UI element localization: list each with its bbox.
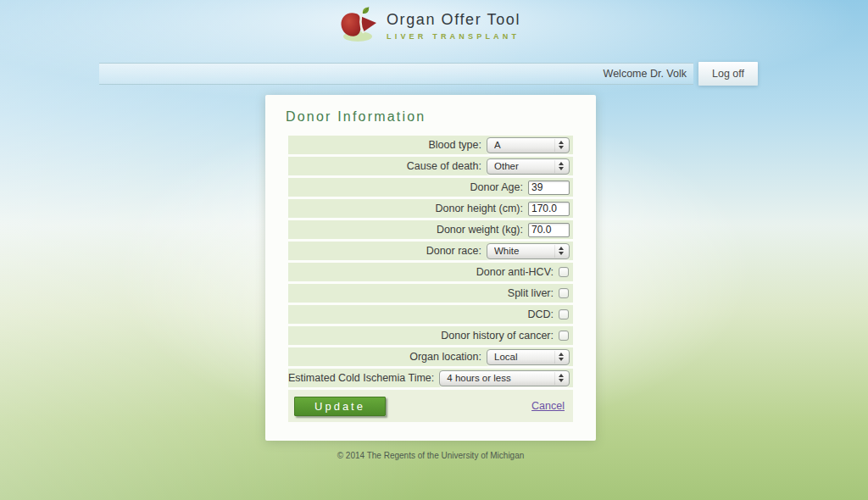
dcd-checkbox[interactable] (559, 309, 569, 319)
donor-race-value: White (494, 246, 554, 256)
form-row-donor-age: Donor Age: (288, 178, 573, 197)
cold-ischemia-time-label: Estimated Cold Ischemia Time: (288, 372, 434, 384)
organ-location-select[interactable]: Local (487, 349, 570, 365)
split-liver-checkbox[interactable] (559, 288, 569, 298)
donor-race-select[interactable]: White (487, 243, 570, 259)
page-title: Donor Information (286, 109, 596, 125)
donor-race-label: Donor race: (426, 245, 481, 257)
copyright-footer: © 2014 The Regents of the University of … (265, 451, 596, 460)
select-stepper-icon (554, 372, 567, 385)
form-row-organ-location: Organ location: Local (288, 347, 573, 366)
donor-history-of-cancer-label: Donor history of cancer: (441, 330, 554, 342)
liver-logo-icon (337, 7, 378, 44)
organ-location-label: Organ location: (409, 351, 481, 363)
blood-type-label: Blood type: (428, 139, 481, 151)
app-title: Organ Offer Tool (387, 11, 520, 29)
cause-of-death-select[interactable]: Other (487, 158, 570, 175)
form-row-cause-of-death: Cause of death: Other (288, 157, 573, 175)
donor-age-input[interactable] (528, 181, 570, 195)
cause-of-death-label: Cause of death: (407, 160, 481, 172)
app-subtitle: LIVER TRANSPLANT (387, 32, 520, 41)
blood-type-value: A (494, 140, 554, 150)
form-row-split-liver: Split liver: (288, 284, 573, 303)
welcome-bar: Welcome Dr. Volk (99, 63, 693, 85)
welcome-text: Welcome Dr. Volk (604, 68, 687, 80)
app-header: Organ Offer Tool LIVER TRANSPLANT (0, 7, 868, 44)
cause-of-death-value: Other (494, 161, 554, 171)
logo-text: Organ Offer Tool LIVER TRANSPLANT (387, 11, 520, 41)
donor-anti-hcv-checkbox[interactable] (559, 267, 569, 277)
form-actions-row: Update Cancel (288, 390, 573, 422)
log-off-button[interactable]: Log off (698, 62, 758, 86)
dcd-label: DCD: (527, 308, 554, 320)
donor-height-input[interactable] (528, 202, 570, 216)
donor-anti-hcv-label: Donor anti-HCV: (476, 266, 554, 278)
form-row-dcd: DCD: (288, 305, 573, 324)
form-row-donor-height: Donor height (cm): (288, 199, 573, 218)
form-row-blood-type: Blood type: A (288, 136, 573, 154)
select-stepper-icon (554, 245, 567, 258)
select-stepper-icon (554, 351, 567, 364)
form-rows: Blood type: A Cause of death: Other Dono… (265, 136, 596, 387)
form-row-cold-ischemia-time: Estimated Cold Ischemia Time: 4 hours or… (288, 369, 573, 387)
cold-ischemia-time-select[interactable]: 4 hours or less (439, 370, 570, 386)
select-stepper-icon (554, 139, 567, 152)
select-stepper-icon (554, 160, 567, 173)
cold-ischemia-time-value: 4 hours or less (447, 373, 554, 383)
donor-information-panel: Donor Information Blood type: A Cause of… (265, 95, 596, 441)
update-button[interactable]: Update (294, 397, 386, 416)
form-row-donor-anti-hcv: Donor anti-HCV: (288, 263, 573, 281)
donor-weight-label: Donor weight (kg): (437, 224, 523, 236)
split-liver-label: Split liver: (508, 287, 554, 299)
donor-history-of-cancer-checkbox[interactable] (559, 331, 569, 341)
form-row-donor-weight: Donor weight (kg): (288, 220, 573, 239)
organ-location-value: Local (494, 352, 554, 362)
donor-age-label: Donor Age: (470, 181, 523, 193)
update-button-label: Update (314, 400, 365, 413)
form-row-donor-history-of-cancer: Donor history of cancer: (288, 326, 573, 345)
donor-weight-input[interactable] (528, 223, 570, 237)
donor-height-label: Donor height (cm): (435, 203, 523, 214)
cancel-link[interactable]: Cancel (531, 400, 565, 412)
form-row-donor-race: Donor race: White (288, 242, 573, 260)
app-logo: Organ Offer Tool LIVER TRANSPLANT (337, 7, 520, 44)
log-off-label: Log off (712, 68, 744, 80)
blood-type-select[interactable]: A (487, 137, 570, 153)
